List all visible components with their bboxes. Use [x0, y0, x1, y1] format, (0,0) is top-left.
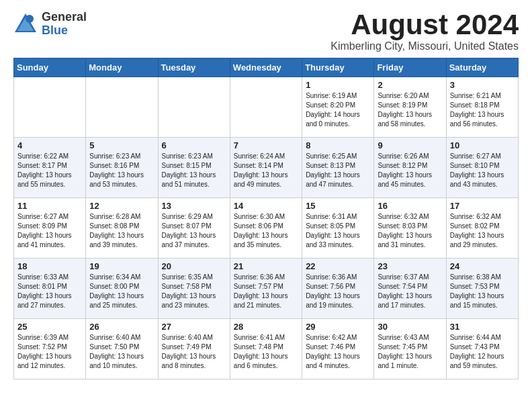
day-number: 27 [162, 322, 226, 332]
logo-blue-text: Blue [42, 24, 87, 38]
calendar-cell: 10Sunrise: 6:27 AM Sunset: 8:10 PM Dayli… [446, 138, 518, 198]
day-info: Sunrise: 6:23 AM Sunset: 8:16 PM Dayligh… [89, 152, 154, 189]
day-info: Sunrise: 6:26 AM Sunset: 8:12 PM Dayligh… [378, 152, 442, 189]
day-number: 15 [306, 201, 370, 211]
day-info: Sunrise: 6:42 AM Sunset: 7:46 PM Dayligh… [306, 333, 370, 371]
day-number: 6 [162, 140, 226, 150]
day-info: Sunrise: 6:37 AM Sunset: 7:54 PM Dayligh… [378, 273, 442, 310]
calendar-cell: 17Sunrise: 6:32 AM Sunset: 8:02 PM Dayli… [446, 198, 518, 259]
day-info: Sunrise: 6:44 AM Sunset: 7:43 PM Dayligh… [450, 333, 515, 371]
day-number: 1 [306, 80, 370, 90]
calendar-cell: 4Sunrise: 6:22 AM Sunset: 8:17 PM Daylig… [14, 138, 86, 198]
calendar-cell: 15Sunrise: 6:31 AM Sunset: 8:05 PM Dayli… [302, 198, 374, 259]
calendar-location: Kimberling City, Missouri, United States [330, 40, 519, 52]
day-info: Sunrise: 6:40 AM Sunset: 7:50 PM Dayligh… [89, 333, 154, 371]
weekday-header-tuesday: Tuesday [158, 58, 230, 77]
calendar-cell: 30Sunrise: 6:43 AM Sunset: 7:45 PM Dayli… [374, 319, 446, 379]
day-info: Sunrise: 6:40 AM Sunset: 7:49 PM Dayligh… [162, 333, 226, 371]
day-info: Sunrise: 6:41 AM Sunset: 7:48 PM Dayligh… [234, 333, 298, 371]
svg-point-2 [26, 15, 34, 23]
day-number: 29 [306, 322, 370, 332]
calendar-cell [86, 77, 158, 138]
day-number: 24 [450, 261, 515, 271]
calendar-cell: 31Sunrise: 6:44 AM Sunset: 7:43 PM Dayli… [446, 319, 518, 379]
day-info: Sunrise: 6:24 AM Sunset: 8:14 PM Dayligh… [234, 152, 298, 189]
day-info: Sunrise: 6:31 AM Sunset: 8:05 PM Dayligh… [306, 212, 370, 250]
day-number: 22 [306, 261, 370, 271]
day-number: 13 [162, 201, 226, 211]
logo: General Blue [13, 11, 87, 38]
day-info: Sunrise: 6:39 AM Sunset: 7:52 PM Dayligh… [17, 333, 82, 371]
calendar-cell: 23Sunrise: 6:37 AM Sunset: 7:54 PM Dayli… [374, 259, 446, 319]
calendar-cell: 11Sunrise: 6:27 AM Sunset: 8:09 PM Dayli… [14, 198, 86, 259]
day-number: 28 [234, 322, 298, 332]
day-info: Sunrise: 6:29 AM Sunset: 8:07 PM Dayligh… [162, 212, 226, 250]
weekday-header-monday: Monday [86, 58, 158, 77]
calendar-cell: 20Sunrise: 6:35 AM Sunset: 7:58 PM Dayli… [158, 259, 230, 319]
weekday-header-sunday: Sunday [14, 58, 86, 77]
calendar-week-row: 18Sunrise: 6:33 AM Sunset: 8:01 PM Dayli… [14, 259, 519, 319]
logo-general-text: General [42, 11, 87, 24]
calendar-cell [230, 77, 302, 138]
page-header: General Blue August 2024 Kimberling City… [13, 11, 519, 52]
day-number: 26 [89, 322, 154, 332]
calendar-cell: 25Sunrise: 6:39 AM Sunset: 7:52 PM Dayli… [14, 319, 86, 379]
day-info: Sunrise: 6:22 AM Sunset: 8:17 PM Dayligh… [17, 152, 82, 189]
day-info: Sunrise: 6:36 AM Sunset: 7:56 PM Dayligh… [306, 273, 370, 310]
calendar-cell: 12Sunrise: 6:28 AM Sunset: 8:08 PM Dayli… [86, 198, 158, 259]
day-number: 25 [17, 322, 82, 332]
day-info: Sunrise: 6:38 AM Sunset: 7:53 PM Dayligh… [450, 273, 515, 310]
calendar-cell: 22Sunrise: 6:36 AM Sunset: 7:56 PM Dayli… [302, 259, 374, 319]
day-number: 23 [378, 261, 442, 271]
calendar-cell: 5Sunrise: 6:23 AM Sunset: 8:16 PM Daylig… [86, 138, 158, 198]
day-number: 11 [17, 201, 82, 211]
day-info: Sunrise: 6:20 AM Sunset: 8:19 PM Dayligh… [378, 91, 442, 129]
calendar-cell [14, 77, 86, 138]
calendar-table: SundayMondayTuesdayWednesdayThursdayFrid… [13, 58, 519, 379]
day-info: Sunrise: 6:27 AM Sunset: 8:09 PM Dayligh… [17, 212, 82, 250]
day-number: 3 [450, 80, 515, 90]
calendar-cell: 3Sunrise: 6:21 AM Sunset: 8:18 PM Daylig… [446, 77, 518, 138]
calendar-cell: 9Sunrise: 6:26 AM Sunset: 8:12 PM Daylig… [374, 138, 446, 198]
title-block: August 2024 Kimberling City, Missouri, U… [330, 11, 519, 52]
calendar-cell: 16Sunrise: 6:32 AM Sunset: 8:03 PM Dayli… [374, 198, 446, 259]
day-info: Sunrise: 6:21 AM Sunset: 8:18 PM Dayligh… [450, 91, 515, 129]
day-number: 21 [234, 261, 298, 271]
calendar-title: August 2024 [330, 11, 519, 39]
calendar-cell: 26Sunrise: 6:40 AM Sunset: 7:50 PM Dayli… [86, 319, 158, 379]
day-info: Sunrise: 6:33 AM Sunset: 8:01 PM Dayligh… [17, 273, 82, 310]
day-number: 12 [89, 201, 154, 211]
day-number: 19 [89, 261, 154, 271]
day-info: Sunrise: 6:30 AM Sunset: 8:06 PM Dayligh… [234, 212, 298, 250]
calendar-cell: 19Sunrise: 6:34 AM Sunset: 8:00 PM Dayli… [86, 259, 158, 319]
day-info: Sunrise: 6:34 AM Sunset: 8:00 PM Dayligh… [89, 273, 154, 310]
day-number: 2 [378, 80, 442, 90]
day-info: Sunrise: 6:28 AM Sunset: 8:08 PM Dayligh… [89, 212, 154, 250]
day-number: 14 [234, 201, 298, 211]
logo-text: General Blue [42, 11, 87, 38]
weekday-header-row: SundayMondayTuesdayWednesdayThursdayFrid… [14, 58, 519, 77]
weekday-header-saturday: Saturday [446, 58, 518, 77]
calendar-cell: 28Sunrise: 6:41 AM Sunset: 7:48 PM Dayli… [230, 319, 302, 379]
calendar-cell: 8Sunrise: 6:25 AM Sunset: 8:13 PM Daylig… [302, 138, 374, 198]
calendar-cell: 2Sunrise: 6:20 AM Sunset: 8:19 PM Daylig… [374, 77, 446, 138]
day-number: 7 [234, 140, 298, 150]
day-info: Sunrise: 6:32 AM Sunset: 8:02 PM Dayligh… [450, 212, 515, 250]
calendar-cell: 24Sunrise: 6:38 AM Sunset: 7:53 PM Dayli… [446, 259, 518, 319]
day-info: Sunrise: 6:43 AM Sunset: 7:45 PM Dayligh… [378, 333, 442, 371]
calendar-cell: 7Sunrise: 6:24 AM Sunset: 8:14 PM Daylig… [230, 138, 302, 198]
calendar-cell [158, 77, 230, 138]
calendar-cell: 13Sunrise: 6:29 AM Sunset: 8:07 PM Dayli… [158, 198, 230, 259]
calendar-cell: 29Sunrise: 6:42 AM Sunset: 7:46 PM Dayli… [302, 319, 374, 379]
day-number: 10 [450, 140, 515, 150]
logo-icon [13, 12, 38, 36]
calendar-cell: 27Sunrise: 6:40 AM Sunset: 7:49 PM Dayli… [158, 319, 230, 379]
day-number: 16 [378, 201, 442, 211]
calendar-cell: 14Sunrise: 6:30 AM Sunset: 8:06 PM Dayli… [230, 198, 302, 259]
day-info: Sunrise: 6:36 AM Sunset: 7:57 PM Dayligh… [234, 273, 298, 310]
calendar-cell: 18Sunrise: 6:33 AM Sunset: 8:01 PM Dayli… [14, 259, 86, 319]
calendar-cell: 1Sunrise: 6:19 AM Sunset: 8:20 PM Daylig… [302, 77, 374, 138]
day-info: Sunrise: 6:27 AM Sunset: 8:10 PM Dayligh… [450, 152, 515, 189]
day-info: Sunrise: 6:25 AM Sunset: 8:13 PM Dayligh… [306, 152, 370, 189]
day-number: 9 [378, 140, 442, 150]
